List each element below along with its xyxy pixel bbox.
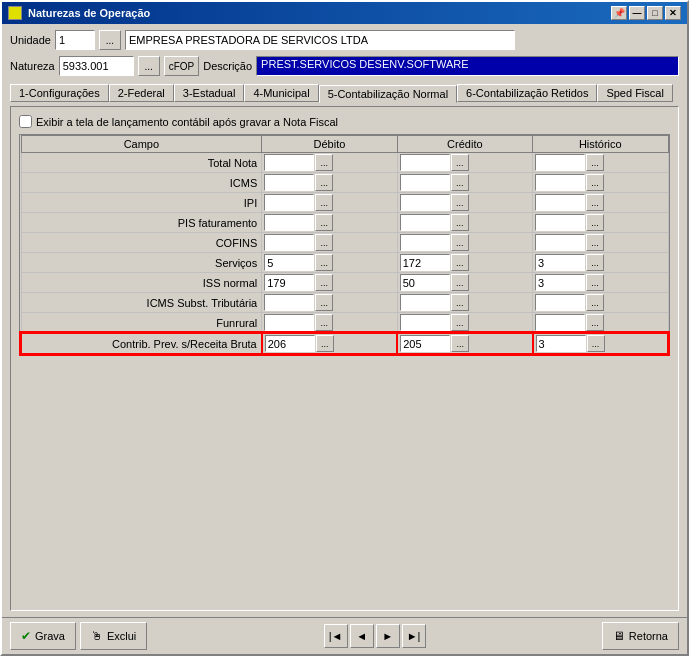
historico-browse-btn[interactable]: ... [586, 274, 604, 291]
debito-browse-btn[interactable]: ... [315, 154, 333, 171]
exibir-tela-checkbox[interactable] [19, 115, 32, 128]
credito-browse-btn[interactable]: ... [451, 274, 469, 291]
pin-button[interactable]: 📌 [611, 6, 627, 20]
historico-browse-btn[interactable]: ... [586, 234, 604, 251]
historico-browse-btn[interactable]: ... [586, 314, 604, 331]
contab-data-table: Campo Débito Crédito Histórico Total Not… [20, 135, 669, 355]
credito-input[interactable] [400, 335, 450, 352]
historico-browse-btn[interactable]: ... [586, 214, 604, 231]
historico-input[interactable] [535, 174, 585, 191]
credito-cell: ... [397, 193, 532, 213]
credito-input[interactable] [400, 314, 450, 331]
debito-cell: ... [262, 273, 397, 293]
debito-browse-btn[interactable]: ... [316, 335, 334, 352]
credito-browse-btn[interactable]: ... [451, 214, 469, 231]
campo-cell: ISS normal [21, 273, 262, 293]
nav-last-button[interactable]: ►| [402, 624, 426, 648]
credito-browse-btn[interactable]: ... [451, 335, 469, 352]
natureza-input[interactable] [59, 56, 134, 76]
credito-input[interactable] [400, 274, 450, 291]
tab-configuracoes[interactable]: 1-Configurações [10, 84, 109, 102]
unidade-browse-btn[interactable]: ... [99, 30, 121, 50]
tab-contab-normal[interactable]: 5-Contabilização Normal [319, 85, 457, 103]
minimize-button[interactable]: — [629, 6, 645, 20]
credito-input[interactable] [400, 214, 450, 231]
maximize-button[interactable]: □ [647, 6, 663, 20]
nav-prev-button[interactable]: ◄ [350, 624, 374, 648]
historico-input[interactable] [535, 234, 585, 251]
historico-input[interactable] [535, 254, 585, 271]
exclui-button[interactable]: 🖱 Exclui [80, 622, 147, 650]
cfop-btn[interactable]: cFOP [164, 56, 200, 76]
descricao-display: PREST.SERVICOS DESENV.SOFTWARE [256, 56, 679, 76]
credito-browse-btn[interactable]: ... [451, 194, 469, 211]
debito-browse-btn[interactable]: ... [315, 254, 333, 271]
debito-input[interactable] [264, 234, 314, 251]
credito-input[interactable] [400, 254, 450, 271]
credito-browse-btn[interactable]: ... [451, 174, 469, 191]
historico-input[interactable] [535, 194, 585, 211]
title-bar-controls: 📌 — □ ✕ [611, 6, 681, 20]
debito-browse-btn[interactable]: ... [315, 314, 333, 331]
credito-input[interactable] [400, 154, 450, 171]
credito-browse-btn[interactable]: ... [451, 314, 469, 331]
historico-browse-btn[interactable]: ... [586, 294, 604, 311]
debito-input[interactable] [264, 274, 314, 291]
historico-input[interactable] [535, 294, 585, 311]
debito-browse-btn[interactable]: ... [315, 214, 333, 231]
credito-input[interactable] [400, 174, 450, 191]
tabs-bar: 1-Configurações 2-Federal 3-Estadual 4-M… [10, 84, 679, 102]
nav-first-button[interactable]: |◄ [324, 624, 348, 648]
unidade-label: Unidade [10, 34, 51, 46]
debito-browse-btn[interactable]: ... [315, 294, 333, 311]
natureza-browse-btn[interactable]: ... [138, 56, 160, 76]
grava-label: Grava [35, 630, 65, 642]
table-row: ISS normal......... [21, 273, 668, 293]
retorna-button[interactable]: 🖥 Retorna [602, 622, 679, 650]
close-button[interactable]: ✕ [665, 6, 681, 20]
debito-input[interactable] [264, 294, 314, 311]
debito-input[interactable] [264, 174, 314, 191]
tab-federal[interactable]: 2-Federal [109, 84, 174, 102]
historico-input[interactable] [535, 274, 585, 291]
credito-input[interactable] [400, 194, 450, 211]
credito-input[interactable] [400, 294, 450, 311]
historico-browse-btn[interactable]: ... [586, 154, 604, 171]
debito-input[interactable] [264, 194, 314, 211]
historico-input[interactable] [535, 314, 585, 331]
retorna-icon: 🖥 [613, 629, 625, 643]
credito-browse-btn[interactable]: ... [451, 254, 469, 271]
historico-browse-btn[interactable]: ... [586, 194, 604, 211]
tab-municipal[interactable]: 4-Municipal [244, 84, 318, 102]
credito-browse-btn[interactable]: ... [451, 234, 469, 251]
nav-next-button[interactable]: ► [376, 624, 400, 648]
historico-browse-btn[interactable]: ... [586, 254, 604, 271]
debito-browse-btn[interactable]: ... [315, 174, 333, 191]
debito-input[interactable] [264, 314, 314, 331]
credito-input[interactable] [400, 234, 450, 251]
debito-input[interactable] [264, 154, 314, 171]
historico-input[interactable] [536, 335, 586, 352]
tab-sped[interactable]: Sped Fiscal [597, 84, 672, 102]
debito-browse-btn[interactable]: ... [315, 274, 333, 291]
credito-cell: ... [397, 153, 532, 173]
historico-cell: ... [533, 273, 668, 293]
historico-input[interactable] [535, 154, 585, 171]
debito-browse-btn[interactable]: ... [315, 234, 333, 251]
historico-input[interactable] [535, 214, 585, 231]
debito-input[interactable] [264, 214, 314, 231]
historico-browse-btn[interactable]: ... [587, 335, 605, 352]
tab-contab-retidos[interactable]: 6-Contabilização Retidos [457, 84, 597, 102]
credito-cell: ... [397, 333, 532, 354]
descricao-label: Descrição [203, 60, 252, 72]
credito-browse-btn[interactable]: ... [451, 294, 469, 311]
unidade-input[interactable] [55, 30, 95, 50]
debito-browse-btn[interactable]: ... [315, 194, 333, 211]
debito-input[interactable] [265, 335, 315, 352]
historico-browse-btn[interactable]: ... [586, 174, 604, 191]
tab-estadual[interactable]: 3-Estadual [174, 84, 245, 102]
credito-browse-btn[interactable]: ... [451, 154, 469, 171]
debito-input[interactable] [264, 254, 314, 271]
grava-button[interactable]: ✔ Grava [10, 622, 76, 650]
table-row: IPI......... [21, 193, 668, 213]
